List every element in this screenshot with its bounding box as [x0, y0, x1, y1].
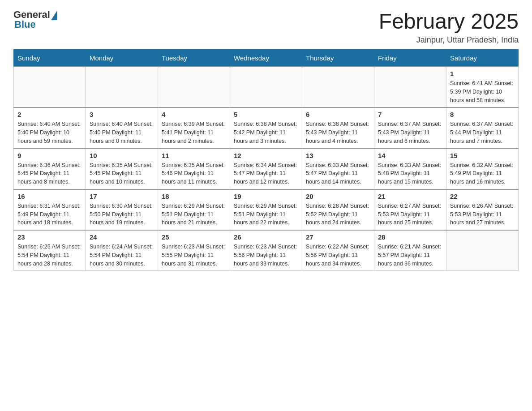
- calendar-cell: 28Sunrise: 6:21 AM Sunset: 5:57 PM Dayli…: [374, 230, 446, 271]
- day-info: Sunrise: 6:37 AM Sunset: 5:43 PM Dayligh…: [378, 120, 442, 145]
- calendar-cell: 25Sunrise: 6:23 AM Sunset: 5:55 PM Dayli…: [158, 230, 230, 271]
- month-title: February 2025: [379, 9, 519, 34]
- calendar-cell: 6Sunrise: 6:38 AM Sunset: 5:43 PM Daylig…: [302, 107, 374, 148]
- calendar-cell: 11Sunrise: 6:35 AM Sunset: 5:46 PM Dayli…: [158, 149, 230, 189]
- day-number: 13: [306, 152, 370, 159]
- calendar-cell: 15Sunrise: 6:32 AM Sunset: 5:49 PM Dayli…: [446, 149, 519, 189]
- day-info: Sunrise: 6:40 AM Sunset: 5:40 PM Dayligh…: [90, 120, 154, 145]
- day-number: 20: [306, 193, 370, 200]
- weekday-header-sunday: Sunday: [14, 50, 86, 67]
- calendar-cell: 4Sunrise: 6:39 AM Sunset: 5:41 PM Daylig…: [158, 107, 230, 148]
- weekday-header-saturday: Saturday: [446, 50, 519, 67]
- calendar-cell: 5Sunrise: 6:38 AM Sunset: 5:42 PM Daylig…: [230, 107, 302, 148]
- calendar-cell: 17Sunrise: 6:30 AM Sunset: 5:50 PM Dayli…: [86, 189, 158, 230]
- day-info: Sunrise: 6:24 AM Sunset: 5:54 PM Dayligh…: [90, 243, 154, 268]
- day-number: 1: [450, 70, 515, 77]
- day-number: 27: [306, 233, 370, 241]
- day-number: 10: [90, 152, 154, 159]
- title-area: February 2025 Jainpur, Uttar Pradesh, In…: [379, 9, 519, 45]
- day-number: 25: [162, 233, 226, 241]
- day-number: 7: [378, 111, 442, 118]
- calendar-cell: 19Sunrise: 6:29 AM Sunset: 5:51 PM Dayli…: [230, 189, 302, 230]
- logo: General Blue: [13, 9, 57, 30]
- day-number: 2: [17, 111, 82, 118]
- calendar-cell: [446, 230, 519, 271]
- day-info: Sunrise: 6:31 AM Sunset: 5:49 PM Dayligh…: [17, 202, 82, 227]
- day-number: 15: [450, 152, 515, 159]
- calendar-cell: 16Sunrise: 6:31 AM Sunset: 5:49 PM Dayli…: [14, 189, 86, 230]
- day-info: Sunrise: 6:23 AM Sunset: 5:56 PM Dayligh…: [234, 243, 298, 268]
- day-info: Sunrise: 6:32 AM Sunset: 5:49 PM Dayligh…: [450, 161, 515, 186]
- day-info: Sunrise: 6:40 AM Sunset: 5:40 PM Dayligh…: [17, 120, 82, 145]
- calendar-cell: 8Sunrise: 6:37 AM Sunset: 5:44 PM Daylig…: [446, 107, 519, 148]
- calendar-week-1: 2Sunrise: 6:40 AM Sunset: 5:40 PM Daylig…: [14, 107, 519, 148]
- day-number: 23: [17, 233, 82, 241]
- calendar-week-0: 1Sunrise: 6:41 AM Sunset: 5:39 PM Daylig…: [14, 67, 519, 107]
- calendar-cell: 14Sunrise: 6:33 AM Sunset: 5:48 PM Dayli…: [374, 149, 446, 189]
- day-number: 14: [378, 152, 442, 159]
- day-number: 22: [450, 193, 515, 200]
- day-number: 3: [90, 111, 154, 118]
- calendar-cell: [230, 67, 302, 107]
- calendar-cell: 2Sunrise: 6:40 AM Sunset: 5:40 PM Daylig…: [14, 107, 86, 148]
- day-info: Sunrise: 6:39 AM Sunset: 5:41 PM Dayligh…: [162, 120, 226, 145]
- day-info: Sunrise: 6:29 AM Sunset: 5:51 PM Dayligh…: [234, 202, 298, 227]
- day-info: Sunrise: 6:26 AM Sunset: 5:53 PM Dayligh…: [450, 202, 515, 227]
- calendar-cell: 1Sunrise: 6:41 AM Sunset: 5:39 PM Daylig…: [446, 67, 519, 107]
- calendar-week-3: 16Sunrise: 6:31 AM Sunset: 5:49 PM Dayli…: [14, 189, 519, 230]
- day-number: 8: [450, 111, 515, 118]
- weekday-header-friday: Friday: [374, 50, 446, 67]
- day-info: Sunrise: 6:34 AM Sunset: 5:47 PM Dayligh…: [234, 161, 298, 186]
- logo-blue-text: Blue: [14, 19, 36, 30]
- calendar-cell: 24Sunrise: 6:24 AM Sunset: 5:54 PM Dayli…: [86, 230, 158, 271]
- weekday-header-monday: Monday: [86, 50, 158, 67]
- weekday-header-thursday: Thursday: [302, 50, 374, 67]
- calendar-week-4: 23Sunrise: 6:25 AM Sunset: 5:54 PM Dayli…: [14, 230, 519, 271]
- day-number: 21: [378, 193, 442, 200]
- calendar-cell: 13Sunrise: 6:33 AM Sunset: 5:47 PM Dayli…: [302, 149, 374, 189]
- day-info: Sunrise: 6:38 AM Sunset: 5:43 PM Dayligh…: [306, 120, 370, 145]
- calendar-cell: [158, 67, 230, 107]
- calendar-cell: 20Sunrise: 6:28 AM Sunset: 5:52 PM Dayli…: [302, 189, 374, 230]
- day-number: 18: [162, 193, 226, 200]
- day-info: Sunrise: 6:25 AM Sunset: 5:54 PM Dayligh…: [17, 243, 82, 268]
- day-number: 16: [17, 193, 82, 200]
- day-info: Sunrise: 6:27 AM Sunset: 5:53 PM Dayligh…: [378, 202, 442, 227]
- calendar-cell: 10Sunrise: 6:35 AM Sunset: 5:45 PM Dayli…: [86, 149, 158, 189]
- weekday-header-tuesday: Tuesday: [158, 50, 230, 67]
- day-number: 19: [234, 193, 298, 200]
- calendar-cell: [86, 67, 158, 107]
- day-info: Sunrise: 6:35 AM Sunset: 5:45 PM Dayligh…: [90, 161, 154, 186]
- day-number: 9: [17, 152, 82, 159]
- day-number: 11: [162, 152, 226, 159]
- day-info: Sunrise: 6:28 AM Sunset: 5:52 PM Dayligh…: [306, 202, 370, 227]
- day-info: Sunrise: 6:29 AM Sunset: 5:51 PM Dayligh…: [162, 202, 226, 227]
- day-info: Sunrise: 6:36 AM Sunset: 5:45 PM Dayligh…: [17, 161, 82, 186]
- calendar-cell: 23Sunrise: 6:25 AM Sunset: 5:54 PM Dayli…: [14, 230, 86, 271]
- location: Jainpur, Uttar Pradesh, India: [379, 35, 519, 45]
- day-info: Sunrise: 6:33 AM Sunset: 5:48 PM Dayligh…: [378, 161, 442, 186]
- day-number: 12: [234, 152, 298, 159]
- day-number: 24: [90, 233, 154, 241]
- day-info: Sunrise: 6:30 AM Sunset: 5:50 PM Dayligh…: [90, 202, 154, 227]
- calendar-cell: 12Sunrise: 6:34 AM Sunset: 5:47 PM Dayli…: [230, 149, 302, 189]
- day-info: Sunrise: 6:23 AM Sunset: 5:55 PM Dayligh…: [162, 243, 226, 268]
- day-number: 17: [90, 193, 154, 200]
- calendar-cell: 21Sunrise: 6:27 AM Sunset: 5:53 PM Dayli…: [374, 189, 446, 230]
- day-number: 28: [378, 233, 442, 241]
- calendar-cell: 27Sunrise: 6:22 AM Sunset: 5:56 PM Dayli…: [302, 230, 374, 271]
- calendar-cell: 9Sunrise: 6:36 AM Sunset: 5:45 PM Daylig…: [14, 149, 86, 189]
- day-info: Sunrise: 6:41 AM Sunset: 5:39 PM Dayligh…: [450, 79, 515, 104]
- calendar-cell: 22Sunrise: 6:26 AM Sunset: 5:53 PM Dayli…: [446, 189, 519, 230]
- calendar-table: SundayMondayTuesdayWednesdayThursdayFrid…: [13, 49, 519, 271]
- day-info: Sunrise: 6:37 AM Sunset: 5:44 PM Dayligh…: [450, 120, 515, 145]
- day-number: 5: [234, 111, 298, 118]
- day-info: Sunrise: 6:35 AM Sunset: 5:46 PM Dayligh…: [162, 161, 226, 186]
- calendar-week-2: 9Sunrise: 6:36 AM Sunset: 5:45 PM Daylig…: [14, 149, 519, 189]
- page-header: General Blue February 2025 Jainpur, Utta…: [13, 9, 519, 45]
- day-info: Sunrise: 6:21 AM Sunset: 5:57 PM Dayligh…: [378, 243, 442, 268]
- calendar-header-row: SundayMondayTuesdayWednesdayThursdayFrid…: [14, 50, 519, 67]
- calendar-cell: 26Sunrise: 6:23 AM Sunset: 5:56 PM Dayli…: [230, 230, 302, 271]
- weekday-header-wednesday: Wednesday: [230, 50, 302, 67]
- calendar-cell: [302, 67, 374, 107]
